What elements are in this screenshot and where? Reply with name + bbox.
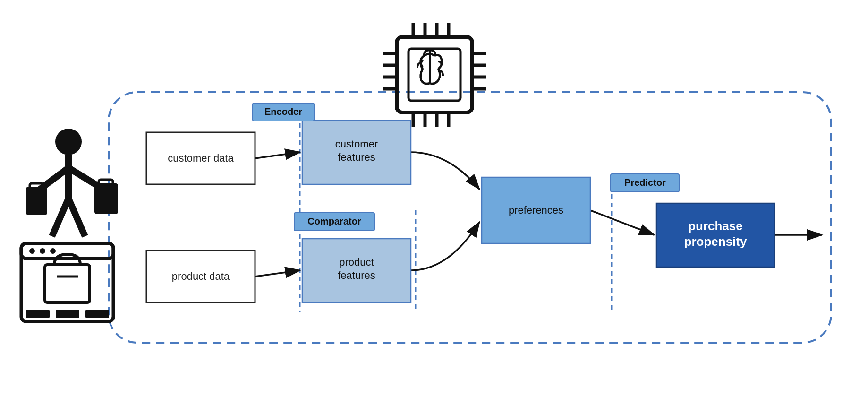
svg-rect-19 — [85, 310, 109, 318]
encoder-badge-label: Encoder — [264, 106, 302, 117]
ai-chip-icon — [383, 23, 486, 127]
arrow-product-data-to-features — [255, 270, 300, 277]
svg-rect-11 — [21, 243, 113, 259]
svg-rect-17 — [26, 310, 50, 318]
comparator-badge-label: Comparator — [307, 216, 361, 226]
svg-rect-15 — [45, 265, 90, 303]
svg-rect-8 — [94, 183, 118, 214]
svg-line-5 — [68, 199, 85, 236]
product-icon — [21, 243, 113, 321]
customer-icon — [26, 129, 118, 236]
svg-point-13 — [40, 248, 45, 254]
svg-point-14 — [50, 248, 56, 254]
svg-line-3 — [68, 168, 99, 187]
product-data-label: product data — [172, 270, 230, 282]
preferences-label: preferences — [509, 204, 563, 216]
svg-rect-18 — [56, 310, 79, 318]
svg-point-0 — [55, 129, 82, 155]
purchase-propensity-label-line1: purchase — [688, 219, 743, 233]
svg-rect-9 — [99, 180, 113, 187]
arrow-preferences-to-propensity — [590, 210, 654, 235]
product-features-label-line2: features — [338, 269, 375, 281]
customer-features-label-line1: customer — [335, 138, 378, 150]
arrow-customer-features-to-preferences — [411, 152, 479, 189]
predictor-badge-label: Predictor — [624, 177, 666, 188]
svg-line-4 — [52, 199, 68, 236]
product-features-label-line1: product — [339, 256, 374, 268]
customer-features-label-line2: features — [338, 151, 375, 163]
svg-line-2 — [40, 168, 68, 189]
diagram: customer data product data customer feat… — [0, 0, 868, 415]
purchase-propensity-label-line2: propensity — [684, 234, 747, 249]
arrow-customer-data-to-features — [255, 152, 300, 158]
customer-data-label: customer data — [168, 152, 234, 164]
arrow-product-features-to-preferences — [411, 222, 479, 270]
svg-point-12 — [29, 248, 35, 254]
